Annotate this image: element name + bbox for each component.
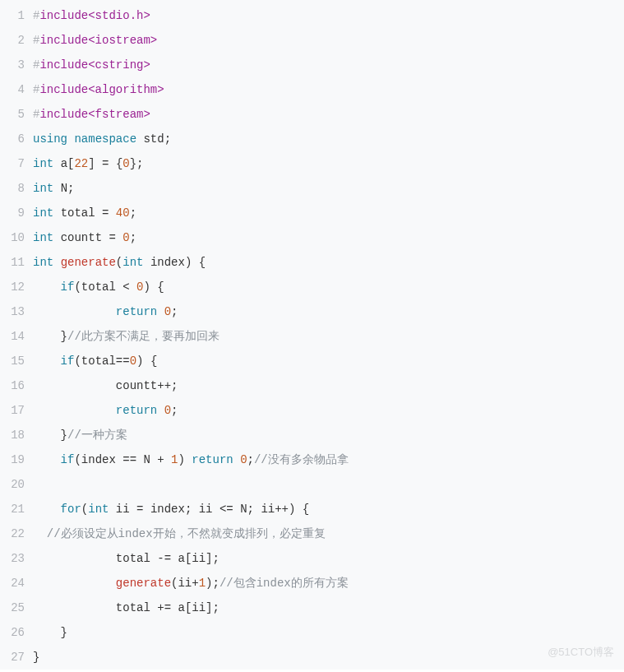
token-cmt: //没有多余物品拿 [254, 453, 349, 466]
token-op: ) [136, 355, 143, 368]
line-number: 3 [5, 53, 25, 77]
token-kw2: int [122, 256, 143, 269]
token-op: ; [67, 182, 74, 195]
code-line: int a[22] = {0}; [33, 151, 624, 176]
token-op: == [122, 453, 136, 466]
code-line: countt++; [33, 373, 624, 398]
token-fn: generate [61, 256, 116, 269]
code-line: } [33, 620, 624, 645]
token-cmt: //此方案不满足，要再加回来 [67, 330, 220, 343]
token-op: { [199, 256, 206, 269]
code-line: #include<fstream> [33, 102, 624, 127]
token-hdr: <fstream> [88, 108, 150, 121]
line-number: 27 [5, 645, 25, 670]
code-line: //必须设定从index开始，不然就变成排列，必定重复 [33, 521, 624, 546]
token-kw2: namespace [74, 132, 136, 146]
token-op: ( [74, 280, 81, 294]
code-line: total += a[ii]; [33, 596, 624, 620]
line-number: 23 [5, 546, 25, 571]
line-number: 7 [5, 151, 25, 176]
token-op: <= [220, 503, 233, 516]
line-number: 4 [5, 77, 25, 102]
token-id: total [81, 280, 116, 294]
token-op: ); [206, 577, 220, 590]
token-id: a [178, 552, 184, 565]
token-op: ( [116, 256, 122, 269]
token-kw2: int [33, 157, 53, 170]
line-number: 10 [5, 225, 25, 250]
line-number: 9 [5, 201, 25, 225]
line-number: 19 [5, 447, 25, 472]
line-number: 1 [5, 3, 25, 28]
token-op: ; [247, 503, 254, 516]
token-op: ; [171, 404, 178, 417]
token-cmt: //包含index的所有方案 [220, 577, 349, 590]
line-number: 16 [5, 373, 25, 398]
code-line: if(total==0) { [33, 349, 624, 373]
token-id: index [81, 453, 116, 466]
token-op: } [33, 651, 39, 664]
token-kw2: using [33, 132, 67, 146]
token-kw2: int [33, 231, 53, 244]
code-line: #include<stdio.h> [33, 3, 624, 28]
line-number: 2 [5, 28, 25, 53]
token-op: ; [247, 453, 254, 466]
token-op: ( [81, 503, 88, 516]
token-op: = [136, 503, 143, 516]
code-line: } [33, 645, 624, 670]
line-number: 17 [5, 398, 25, 423]
token-op: } [61, 429, 67, 442]
token-num: 1 [199, 577, 206, 590]
token-op: ; [171, 305, 178, 318]
token-kw2: if [61, 280, 75, 294]
token-hdr: <stdio.h> [88, 9, 150, 22]
token-hdr: <iostream> [88, 34, 157, 47]
token-op: ]; [206, 601, 220, 614]
code-line: generate(ii+1);//包含index的所有方案 [33, 571, 624, 596]
token-id: a [61, 157, 67, 170]
token-op: ) [178, 453, 185, 466]
token-op: ++) [275, 503, 295, 516]
token-op: ; [185, 503, 192, 516]
token-num: 0 [122, 231, 129, 244]
line-number: 25 [5, 596, 25, 620]
code-line: }//此方案不满足，要再加回来 [33, 324, 624, 349]
token-num: 1 [171, 453, 178, 466]
line-number: 21 [5, 497, 25, 521]
token-op: ; [130, 206, 136, 220]
token-kw: include [39, 34, 88, 47]
code-line: #include<iostream> [33, 28, 624, 53]
code-line: if(total < 0) { [33, 275, 624, 299]
code-block: 1234567891011121314151617181920212223242… [0, 0, 624, 670]
token-op: } [61, 626, 67, 639]
line-number: 12 [5, 275, 25, 299]
code-line: using namespace std; [33, 127, 624, 151]
token-op: ) [185, 256, 192, 269]
token-hdr: <cstring> [88, 58, 150, 72]
token-id: std [143, 132, 164, 146]
code-line: total -= a[ii]; [33, 546, 624, 571]
token-op: }; [130, 157, 144, 170]
token-kw2: return [116, 305, 157, 318]
token-op: = [102, 157, 109, 170]
token-op: + [157, 453, 164, 466]
token-id: total [61, 206, 95, 220]
token-id: total [116, 552, 150, 565]
token-op: { [150, 355, 157, 368]
token-op: += [157, 601, 171, 614]
code-line: int generate(int index) { [33, 250, 624, 275]
token-op: ] [88, 157, 95, 170]
token-num: 40 [116, 206, 130, 220]
code-line: int countt = 0; [33, 225, 624, 250]
code-line: for(int ii = index; ii <= N; ii++) { [33, 497, 624, 521]
token-num: 0 [164, 305, 171, 318]
line-number: 24 [5, 571, 25, 596]
token-op: = [109, 231, 115, 244]
line-number: 8 [5, 176, 25, 201]
token-id: N [240, 503, 247, 516]
token-id: total [81, 355, 116, 368]
code-line: if(index == N + 1) return 0;//没有多余物品拿 [33, 447, 624, 472]
code-line: int total = 40; [33, 201, 624, 225]
token-op: < [122, 280, 129, 294]
token-num: 0 [164, 404, 171, 417]
